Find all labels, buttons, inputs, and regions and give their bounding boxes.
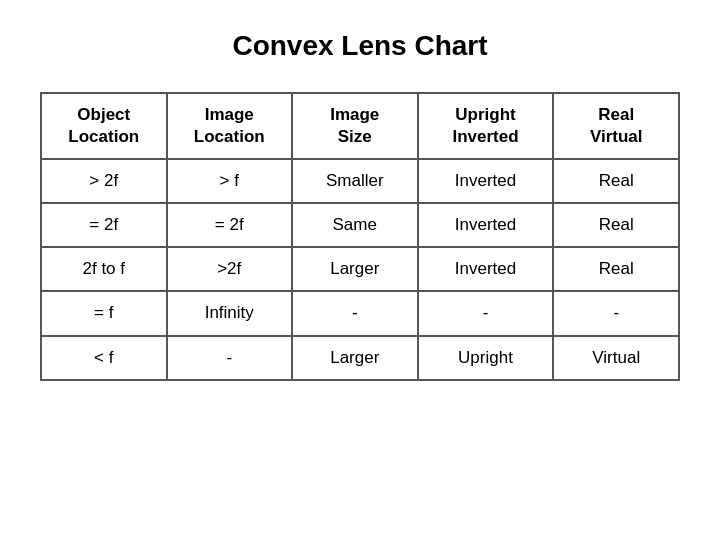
table-row: 2f to f>2fLargerInvertedReal — [41, 247, 679, 291]
cell-object: = f — [41, 291, 167, 335]
cell-image-size: Smaller — [292, 159, 418, 203]
header-image-size: ImageSize — [292, 93, 418, 159]
cell-image-loc: >2f — [167, 247, 293, 291]
page-title: Convex Lens Chart — [232, 30, 487, 62]
cell-upright-inv: Inverted — [418, 203, 554, 247]
convex-lens-chart: ObjectLocation ImageLocation ImageSize U… — [40, 92, 680, 381]
cell-real-virt: - — [553, 291, 679, 335]
cell-object: > 2f — [41, 159, 167, 203]
cell-image-loc: > f — [167, 159, 293, 203]
cell-image-size: Larger — [292, 336, 418, 380]
cell-object: = 2f — [41, 203, 167, 247]
header-upright-inverted: UprightInverted — [418, 93, 554, 159]
cell-upright-inv: - — [418, 291, 554, 335]
table-row: < f-LargerUprightVirtual — [41, 336, 679, 380]
cell-upright-inv: Inverted — [418, 247, 554, 291]
table-row: > 2f> fSmallerInvertedReal — [41, 159, 679, 203]
cell-real-virt: Real — [553, 159, 679, 203]
cell-upright-inv: Inverted — [418, 159, 554, 203]
cell-image-loc: = 2f — [167, 203, 293, 247]
cell-object: 2f to f — [41, 247, 167, 291]
cell-real-virt: Virtual — [553, 336, 679, 380]
header-object-location: ObjectLocation — [41, 93, 167, 159]
cell-image-loc: Infinity — [167, 291, 293, 335]
cell-image-size: Same — [292, 203, 418, 247]
header-real-virtual: RealVirtual — [553, 93, 679, 159]
cell-image-size: Larger — [292, 247, 418, 291]
cell-image-loc: - — [167, 336, 293, 380]
table-row: = fInfinity--- — [41, 291, 679, 335]
cell-real-virt: Real — [553, 203, 679, 247]
cell-real-virt: Real — [553, 247, 679, 291]
cell-image-size: - — [292, 291, 418, 335]
cell-upright-inv: Upright — [418, 336, 554, 380]
table-row: = 2f= 2fSameInvertedReal — [41, 203, 679, 247]
header-image-location: ImageLocation — [167, 93, 293, 159]
cell-object: < f — [41, 336, 167, 380]
